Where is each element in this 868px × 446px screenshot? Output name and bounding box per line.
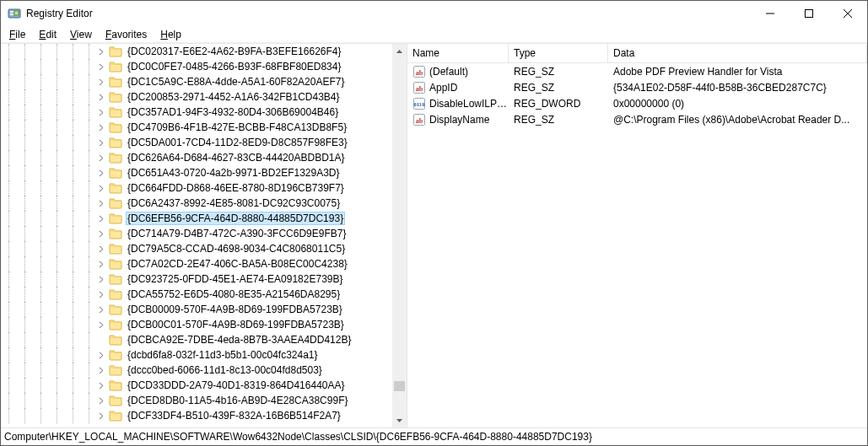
- tree-item[interactable]: {DC626A64-D684-4627-83CB-44420ABDBD1A}: [1, 150, 392, 165]
- value-type: REG_SZ: [509, 82, 608, 94]
- tree-item-label: {DC6A2437-8992-4E85-8081-DC92C93C0075}: [126, 196, 342, 210]
- vertical-scrollbar[interactable]: [392, 44, 407, 427]
- expand-icon[interactable]: [95, 196, 108, 211]
- folder-icon: [109, 60, 122, 73]
- titlebar[interactable]: Registry Editor: [1, 1, 867, 26]
- reg-sz-icon: ab: [412, 81, 426, 94]
- expand-icon[interactable]: [95, 256, 108, 271]
- tree-item[interactable]: {DC6EFB56-9CFA-464D-8880-44885D7DC193}: [1, 211, 392, 226]
- tree-item[interactable]: {DCF33DF4-B510-439F-832A-16B6B514F2A7}: [1, 408, 392, 423]
- menu-view[interactable]: View: [63, 27, 99, 42]
- value-name: AppID: [429, 82, 509, 94]
- expand-icon[interactable]: [95, 271, 108, 287]
- folder-icon: [109, 272, 122, 286]
- tree-item-label: {DC714A79-D4B7-472C-A390-3FCC6D9E9FB7}: [126, 227, 348, 240]
- close-button[interactable]: [828, 1, 867, 26]
- tree-item[interactable]: {DC1C5A9C-E88A-4dde-A5A1-60F82A20AEF7}: [1, 74, 392, 89]
- tree-item[interactable]: {DC923725-0FDD-45E1-AE74-EA09182E739B}: [1, 271, 392, 287]
- tree-item[interactable]: {DCB00C01-570F-4A9B-8D69-199FDBA5723B}: [1, 317, 392, 332]
- expand-icon[interactable]: [95, 347, 108, 363]
- tree-item[interactable]: {DCBCA92E-7DBE-4eda-8B7B-3AAEA4DD412B}: [1, 332, 392, 347]
- folder-icon: [109, 394, 122, 407]
- list-row[interactable]: abDisplayNameREG_SZ@C:\Program Files (x8…: [407, 111, 867, 127]
- expand-icon[interactable]: [95, 332, 108, 347]
- value-data: @C:\Program Files (x86)\Adobe\Acrobat Re…: [608, 114, 867, 126]
- list-view[interactable]: ab(Default)REG_SZAdobe PDF Preview Handl…: [407, 63, 867, 127]
- menu-help[interactable]: Help: [154, 27, 188, 42]
- expand-icon[interactable]: [95, 165, 108, 180]
- expand-icon[interactable]: [95, 89, 108, 105]
- expand-icon[interactable]: [95, 74, 108, 89]
- menu-file[interactable]: File: [3, 27, 32, 42]
- minimize-button[interactable]: [751, 1, 790, 26]
- menubar: FileEditViewFavoritesHelp: [1, 26, 867, 43]
- values-pane: Name Type Data ab(Default)REG_SZAdobe PD…: [407, 44, 867, 427]
- value-data: {534A1E02-D58F-44f0-B58B-36CBED287C7C}: [608, 82, 867, 94]
- column-header-data[interactable]: Data: [608, 44, 867, 63]
- folder-icon: [109, 318, 122, 331]
- menu-favorites[interactable]: Favorites: [99, 27, 154, 42]
- tree-item-label: {dccc0bed-6066-11d1-8c13-00c04fd8d503}: [126, 363, 324, 377]
- menu-edit[interactable]: Edit: [32, 27, 63, 42]
- expand-icon[interactable]: [95, 363, 108, 378]
- tree-item-label: {DC664FDD-D868-46EE-8780-8D196CB739F7}: [126, 181, 346, 195]
- list-row[interactable]: 011 0DisableLowILPro...REG_DWORD0x000000…: [407, 95, 867, 111]
- maximize-button[interactable]: [790, 1, 828, 26]
- tree-item[interactable]: {DC020317-E6E2-4A62-B9FA-B3EFE16626F4}: [1, 44, 392, 59]
- expand-icon[interactable]: [95, 135, 108, 150]
- value-data: 0x00000000 (0): [608, 98, 867, 110]
- folder-icon: [109, 333, 122, 347]
- expand-icon[interactable]: [95, 302, 108, 317]
- tree-item[interactable]: {DC200853-2971-4452-A1A6-342FB1CD43B4}: [1, 89, 392, 105]
- expand-icon[interactable]: [95, 317, 108, 332]
- tree-item-label: {DCA55752-E6D5-4080-8E35-A21546DA8295}: [126, 287, 342, 301]
- expand-icon[interactable]: [95, 241, 108, 256]
- expand-icon[interactable]: [95, 408, 108, 423]
- tree-item[interactable]: {dccc0bed-6066-11d1-8c13-00c04fd8d503}: [1, 363, 392, 378]
- expand-icon[interactable]: [95, 393, 108, 408]
- expand-icon[interactable]: [95, 120, 108, 135]
- tree-item[interactable]: {DC357AD1-94F3-4932-80D4-306B69004B46}: [1, 105, 392, 120]
- tree-item[interactable]: {DC7A02CD-2E47-406C-BA5A-B08EC00C4238}: [1, 256, 392, 271]
- svg-text:ab: ab: [416, 85, 423, 93]
- tree-item[interactable]: {DCB00009-570F-4A9B-8D69-199FDBA5723B}: [1, 302, 392, 317]
- tree-view[interactable]: {DC020317-E6E2-4A62-B9FA-B3EFE16626F4}{D…: [1, 44, 392, 427]
- expand-icon[interactable]: [95, 287, 108, 302]
- folder-icon: [109, 166, 122, 180]
- tree-item[interactable]: {DC664FDD-D868-46EE-8780-8D196CB739F7}: [1, 180, 392, 196]
- tree-item-label: {dcbd6fa8-032f-11d3-b5b1-00c04fc324a1}: [126, 348, 320, 362]
- column-header-type[interactable]: Type: [509, 44, 608, 63]
- expand-icon[interactable]: [95, 378, 108, 393]
- scroll-thumb[interactable]: [394, 381, 405, 391]
- tree-item[interactable]: {DC714A79-D4B7-472C-A390-3FCC6D9E9FB7}: [1, 226, 392, 241]
- column-header-name[interactable]: Name: [407, 44, 509, 63]
- folder-icon: [109, 379, 122, 392]
- folder-icon: [109, 75, 122, 89]
- tree-item[interactable]: {DC6A2437-8992-4E85-8081-DC92C93C0075}: [1, 196, 392, 211]
- scroll-down-button[interactable]: [392, 413, 407, 427]
- expand-icon[interactable]: [95, 226, 108, 241]
- tree-item[interactable]: {dcbd6fa8-032f-11d3-b5b1-00c04fc324a1}: [1, 347, 392, 363]
- scroll-up-button[interactable]: [392, 44, 407, 58]
- list-row[interactable]: abAppIDREG_SZ{534A1E02-D58F-44f0-B58B-36…: [407, 79, 867, 95]
- tree-item[interactable]: {DC5DA001-7CD4-11D2-8ED9-D8C857F98FE3}: [1, 135, 392, 150]
- expand-icon[interactable]: [95, 59, 108, 74]
- expand-icon[interactable]: [95, 211, 108, 226]
- tree-item-label: {DC5DA001-7CD4-11D2-8ED9-D8C857F98FE3}: [126, 136, 349, 149]
- value-type: REG_SZ: [509, 114, 608, 126]
- tree-item[interactable]: {DC0C0FE7-0485-4266-B93F-68FBF80ED834}: [1, 59, 392, 74]
- tree-item[interactable]: {DCED8DB0-11A5-4b16-AB9D-4E28CA38C99F}: [1, 393, 392, 408]
- expand-icon[interactable]: [95, 180, 108, 196]
- tree-item-label: {DC200853-2971-4452-A1A6-342FB1CD43B4}: [126, 90, 342, 104]
- folder-icon: [109, 287, 122, 301]
- expand-icon[interactable]: [95, 44, 108, 59]
- list-row[interactable]: ab(Default)REG_SZAdobe PDF Preview Handl…: [407, 63, 867, 79]
- expand-icon[interactable]: [95, 105, 108, 120]
- tree-item[interactable]: {DC651A43-0720-4a2b-9971-BD2EF1329A3D}: [1, 165, 392, 180]
- tree-item[interactable]: {DC79A5C8-CCAD-4698-9034-C4C8068011C5}: [1, 241, 392, 256]
- expand-icon[interactable]: [95, 150, 108, 165]
- tree-item[interactable]: {DC4709B6-4F1B-427E-BCBB-F48CA13DB8F5}: [1, 120, 392, 135]
- tree-item[interactable]: {DCA55752-E6D5-4080-8E35-A21546DA8295}: [1, 287, 392, 302]
- value-name: (Default): [429, 66, 509, 78]
- tree-item[interactable]: {DCD33DDD-2A79-40D1-8319-864D416440AA}: [1, 378, 392, 393]
